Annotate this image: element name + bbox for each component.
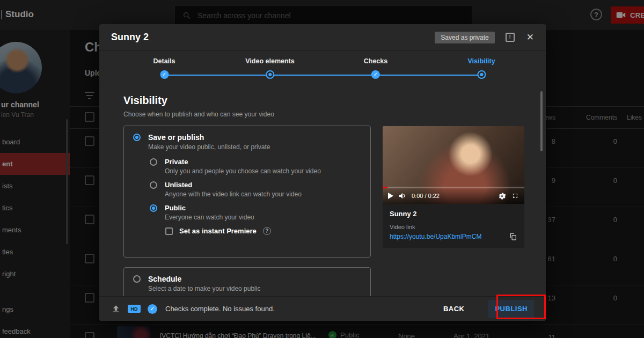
schedule-description: Select a date to make your video public — [148, 285, 260, 292]
save-or-publish-description: Make your video public, unlisted, or pri… — [148, 143, 270, 151]
step-checks[interactable]: Checks ✓ — [364, 57, 387, 79]
dialog-footer: HD ✓ Checks complete. No issues found. B… — [99, 296, 546, 321]
progress-bar[interactable] — [383, 187, 524, 188]
youtube-studio-app: Studio ? CREA ur channel ien Vu Tran boa… — [0, 0, 644, 338]
video-link[interactable]: https://youtu.be/UpaKbmlPmCM — [390, 233, 481, 240]
save-or-publish-radio[interactable] — [133, 134, 141, 141]
back-button[interactable]: BACK — [443, 305, 465, 313]
preview-info: Sunny 2 Video link https://youtu.be/UpaK… — [383, 204, 524, 248]
save-or-publish-label: Save or publish — [148, 133, 270, 142]
preview-video-title: Sunny 2 — [390, 210, 517, 218]
step-label: Details — [153, 57, 175, 65]
instant-premiere-row: Set as instant Premiere ? — [165, 227, 361, 235]
saved-status-badge: Saved as private — [435, 32, 494, 43]
time-display: 0:00 / 0:22 — [412, 193, 440, 199]
upload-stepper: Details ✓ Video elements Checks ✓ Visibi… — [99, 51, 546, 86]
upload-status-icon — [111, 304, 121, 314]
step-done-icon: ✓ — [371, 70, 380, 79]
step-done-icon: ✓ — [160, 70, 169, 79]
progress-played — [383, 187, 387, 188]
hd-processing-icon: HD — [128, 305, 141, 313]
close-icon[interactable]: ✕ — [526, 32, 534, 43]
unlisted-label: Unlisted — [165, 181, 302, 189]
private-option: Private Only you and people you choose c… — [150, 158, 361, 175]
save-or-publish-group: Save or publish Make your video public, … — [123, 126, 371, 258]
instant-premiere-checkbox[interactable] — [165, 227, 173, 235]
unlisted-description: Anyone with the video link can watch you… — [165, 190, 302, 198]
visibility-subheading: Choose when to publish and who can see y… — [123, 111, 274, 118]
step-label: Visibility — [467, 57, 495, 65]
schedule-radio[interactable] — [133, 275, 141, 283]
video-link-label: Video link — [390, 224, 517, 230]
visibility-heading: Visibility — [123, 94, 167, 107]
dialog-title: Sunny 2 — [111, 32, 149, 43]
public-option: Public Everyone can watch your video — [150, 204, 361, 221]
private-description: Only you and people you choose can watch… — [165, 167, 321, 175]
public-radio[interactable] — [150, 204, 157, 212]
publish-dialog: Sunny 2 Saved as private ! ✕ Details ✓ V… — [99, 24, 546, 321]
premiere-help-icon[interactable]: ? — [263, 227, 271, 235]
checks-status-text: Checks complete. No issues found. — [165, 305, 275, 313]
feedback-icon[interactable]: ! — [506, 33, 515, 42]
dialog-scrollbar[interactable] — [540, 91, 543, 151]
play-icon[interactable] — [388, 193, 393, 199]
step-circle-icon — [477, 70, 486, 79]
step-label: Checks — [364, 57, 387, 65]
checks-complete-icon: ✓ — [148, 304, 157, 314]
unlisted-radio[interactable] — [150, 181, 157, 189]
volume-icon[interactable] — [398, 192, 407, 200]
step-circle-icon — [266, 70, 274, 79]
schedule-label: Schedule — [148, 275, 260, 283]
video-preview-panel: 0:00 / 0:22 Sunny 2 Video link https://y… — [383, 126, 524, 248]
step-label: Video elements — [245, 57, 294, 65]
unlisted-option: Unlisted Anyone with the video link can … — [150, 181, 361, 198]
instant-premiere-label: Set as instant Premiere — [179, 227, 257, 235]
stepper-line — [164, 75, 481, 76]
dialog-header: Sunny 2 Saved as private ! ✕ — [99, 24, 546, 51]
video-player[interactable]: 0:00 / 0:22 — [383, 126, 524, 204]
public-label: Public — [165, 204, 254, 212]
public-description: Everyone can watch your video — [165, 214, 254, 221]
fullscreen-icon[interactable] — [511, 192, 519, 200]
player-controls: 0:00 / 0:22 — [383, 188, 524, 204]
private-radio[interactable] — [150, 158, 157, 166]
copy-link-icon[interactable] — [509, 232, 517, 241]
step-visibility[interactable]: Visibility — [467, 57, 495, 79]
player-settings-icon[interactable] — [498, 192, 506, 200]
step-details[interactable]: Details ✓ — [153, 57, 175, 79]
publish-button[interactable]: PUBLISH — [488, 300, 534, 318]
private-label: Private — [165, 158, 321, 166]
step-video-elements[interactable]: Video elements — [245, 57, 294, 79]
